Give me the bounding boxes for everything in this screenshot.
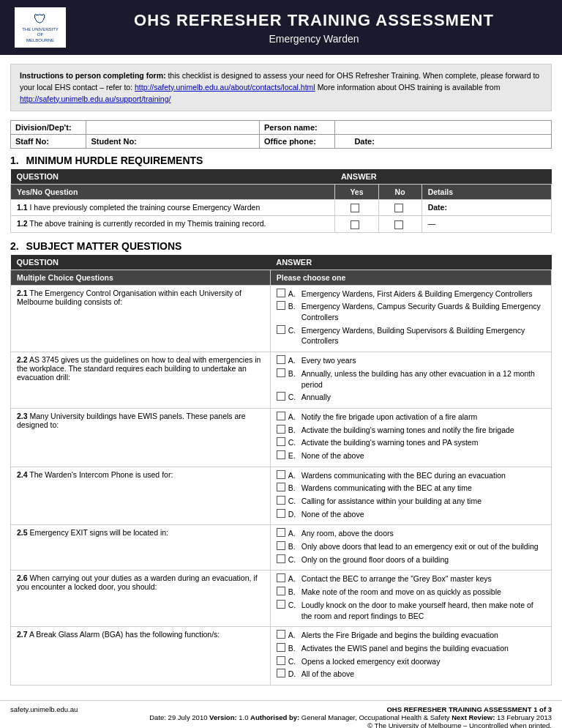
- s2-q6-opt3-text: Loudly knock on the door to make yoursel…: [301, 600, 545, 621]
- s2-q7-opt3[interactable]: C.Opens a locked emergency exit doorway: [277, 656, 545, 667]
- s1-q1-no-cb[interactable]: [394, 204, 403, 212]
- footer-website: safety.unimelb.edu.au: [10, 705, 78, 713]
- s1-q2-id: 1.2: [17, 219, 28, 228]
- s2-q7-opt4[interactable]: D.All of the above: [277, 669, 545, 680]
- s2-q7-opt1[interactable]: A.Alerts the Fire Brigade and begins the…: [277, 630, 545, 641]
- s2-q1-row: 2.1 The Emergency Control Organisation w…: [11, 285, 552, 352]
- s2-q4-opt4[interactable]: D.None of the above: [277, 509, 545, 520]
- s2-q4-opt2-text: Wardens communicating with the BEC at an…: [301, 483, 472, 494]
- footer-meta-line: Date: 29 July 2010 Version: 1.0 Authoris…: [149, 713, 552, 721]
- s2-subh-choose: Please choose one: [270, 270, 551, 285]
- s1-q2-no-cb[interactable]: [394, 220, 403, 229]
- s2-q2-opt1-cb[interactable]: [277, 355, 285, 364]
- s2-q7-opt1-cb[interactable]: [277, 630, 285, 639]
- s2-q2-opt2-cb[interactable]: [277, 368, 285, 377]
- s2-q1-opt1-letter: A.: [288, 289, 299, 300]
- s2-q5-opt2[interactable]: B.Only above doors that lead to an emerg…: [277, 541, 545, 552]
- s1-q2-no[interactable]: [378, 216, 422, 232]
- s2-q4-opt3-cb[interactable]: [277, 496, 285, 505]
- s2-q1-opt2-cb[interactable]: [277, 301, 285, 310]
- s2-q7-opt2-cb[interactable]: [277, 643, 285, 652]
- s2-q3-opt2[interactable]: B.Activate the building's warning tones …: [277, 425, 545, 436]
- s2-q6-opt3-cb[interactable]: [277, 600, 285, 609]
- s2-q3-opt4[interactable]: E.None of the above: [277, 450, 545, 461]
- s2-q5-opt1-cb[interactable]: [277, 528, 285, 537]
- s2-q6-opt2-cb[interactable]: [277, 587, 285, 595]
- s2-q7-opt4-cb[interactable]: [277, 669, 285, 677]
- s2-q1-opt2[interactable]: B.Emergency Wardens, Campus Security Gua…: [277, 301, 545, 322]
- s2-q4-opt1-cb[interactable]: [277, 470, 285, 479]
- s2-q2-opt2-text: Annually, unless the building has any ot…: [301, 368, 545, 390]
- s2-q1-opt2-text: Emergency Wardens, Campus Security Guard…: [301, 301, 545, 322]
- s2-q3-opt1-cb[interactable]: [277, 412, 285, 420]
- s2-q2-text: AS 3745 gives us the guidelines on how t…: [17, 355, 261, 382]
- s1-q1-no[interactable]: [378, 200, 422, 216]
- s2-q4-opt2-cb[interactable]: [277, 483, 285, 491]
- s2-q5-opt2-cb[interactable]: [277, 541, 285, 550]
- s2-q1-opt3[interactable]: C.Emergency Wardens, Building Supervisor…: [277, 325, 545, 346]
- s2-q2-opt3-letter: C.: [288, 392, 299, 403]
- s2-q7-opt2[interactable]: B.Activates the EWIS panel and begins th…: [277, 643, 545, 654]
- header-title-block: OHS REFRESHER TRAINING ASSESSMENT Emerge…: [80, 11, 547, 45]
- footer-doc-title: OHS REFRESHER TRAINING ASSESSMENT: [386, 705, 531, 713]
- studdno-label: Student No:: [91, 137, 136, 146]
- s1-q2-details: —: [422, 216, 551, 232]
- s2-q4-opt3-letter: C.: [288, 496, 299, 507]
- footer-left: safety.unimelb.edu.au: [10, 705, 78, 713]
- s2-q3-answers: A.Notify the fire brigade upon activatio…: [270, 408, 551, 467]
- s2-q1-opt3-cb[interactable]: [277, 325, 285, 334]
- s1-q1-yes[interactable]: [335, 200, 378, 216]
- div-input[interactable]: [86, 121, 259, 135]
- s2-subheader-row: Multiple Choice Questions Please choose …: [11, 270, 552, 285]
- s2-q2-opt2[interactable]: B.Annually, unless the building has any …: [277, 368, 545, 390]
- s2-q3-opt4-cb[interactable]: [277, 450, 285, 459]
- s2-q5-question: 2.5 Emergency EXIT signs will be located…: [11, 525, 271, 571]
- s1-q1-yes-cb[interactable]: [351, 204, 359, 212]
- s2-q1-opt1[interactable]: A.Emergency Wardens, First Aiders & Buil…: [277, 289, 545, 300]
- pname-input[interactable]: [335, 121, 552, 135]
- s2-q6-opt3[interactable]: C.Loudly knock on the door to make yours…: [277, 600, 545, 621]
- s2-q3-opt3-cb[interactable]: [277, 437, 285, 446]
- s2-q5-opt3[interactable]: C.Only on the ground floor doors of a bu…: [277, 554, 545, 565]
- s2-q2-opt1[interactable]: A.Every two years: [277, 355, 545, 366]
- footer-date-label: Date:: [149, 713, 166, 721]
- s2-q4-opt3[interactable]: C.Calling for assistance within your bui…: [277, 496, 545, 507]
- s2-q2-opt3-cb[interactable]: [277, 392, 285, 401]
- footer-auth-label: Authorised by:: [250, 713, 299, 721]
- s2-q4-opt4-cb[interactable]: [277, 509, 285, 518]
- s2-q6-opt1-cb[interactable]: [277, 573, 285, 582]
- s2-q2-answers: A.Every two yearsB.Annually, unless the …: [270, 352, 551, 409]
- s2-q2-opt2-letter: B.: [288, 368, 299, 379]
- instructions-link1[interactable]: http://safety.unimelb.edu.au/about/conta…: [135, 83, 315, 92]
- s2-q2-opt3[interactable]: C.Annually: [277, 392, 545, 403]
- s2-q6-opt1[interactable]: A.Contact the BEC to arrange the "Grey B…: [277, 573, 545, 584]
- s2-q3-opt1[interactable]: A.Notify the fire brigade upon activatio…: [277, 412, 545, 423]
- s2-q5-opt1[interactable]: A.Any room, above the doors: [277, 528, 545, 539]
- s2-q6-opt2[interactable]: B.Make note of the room and move on as q…: [277, 587, 545, 598]
- s2-q7-opt3-cb[interactable]: [277, 656, 285, 665]
- offph-cell: Date:: [335, 135, 552, 149]
- instructions-link2[interactable]: http://safety.unimelb.edu.au/support/tra…: [20, 94, 171, 103]
- s2-q3-opt3[interactable]: C.Activate the building's warning tones …: [277, 437, 545, 448]
- s2-q5-id: 2.5: [17, 528, 28, 537]
- s1-q2-yes-cb[interactable]: [351, 220, 359, 229]
- instructions-bold: Instructions to person completing form:: [20, 71, 166, 80]
- s1-q2-row: 1.2 The above training is currently reco…: [11, 216, 552, 232]
- logo-box: 🛡 THE UNIVERSITYOFMELBOURNE: [15, 7, 66, 48]
- s2-q3-opt3-letter: C.: [288, 437, 299, 448]
- s2-q3-opt2-cb[interactable]: [277, 425, 285, 434]
- s1-q2-yes[interactable]: [335, 216, 378, 232]
- section1-number: 1.: [10, 155, 19, 166]
- s2-q1-opt1-cb[interactable]: [277, 289, 285, 297]
- s2-q4-opt1[interactable]: A.Wardens communicating with the BEC dur…: [277, 470, 545, 481]
- s2-q3-id: 2.3: [17, 412, 28, 420]
- s1-subheader-row: Yes/No Question Yes No Details: [11, 185, 552, 200]
- s2-q1-id: 2.1: [17, 289, 28, 297]
- s2-q4-opt2[interactable]: B.Wardens communicating with the BEC at …: [277, 483, 545, 494]
- s2-q6-opt2-text: Make note of the room and move on as qui…: [301, 587, 501, 598]
- s1-q1-id: 1.1: [17, 203, 28, 212]
- section1-table: QUESTION ANSWER Yes/No Question Yes No D…: [10, 169, 552, 232]
- s2-q5-opt3-cb[interactable]: [277, 554, 285, 563]
- s2-q6-opt1-letter: A.: [288, 573, 299, 584]
- section2-heading: 2. SUBJECT MATTER QUESTIONS: [10, 240, 552, 252]
